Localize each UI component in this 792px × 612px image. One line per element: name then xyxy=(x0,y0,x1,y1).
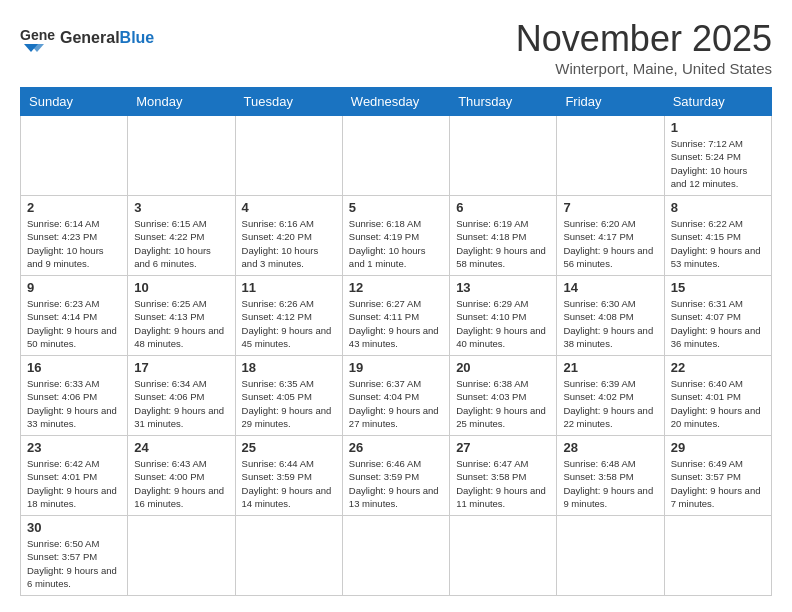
day-info: Sunrise: 6:14 AM Sunset: 4:23 PM Dayligh… xyxy=(27,217,121,270)
day-number: 9 xyxy=(27,280,121,295)
header-tuesday: Tuesday xyxy=(235,88,342,116)
calendar-cell: 21Sunrise: 6:39 AM Sunset: 4:02 PM Dayli… xyxy=(557,356,664,436)
day-info: Sunrise: 6:15 AM Sunset: 4:22 PM Dayligh… xyxy=(134,217,228,270)
day-info: Sunrise: 6:20 AM Sunset: 4:17 PM Dayligh… xyxy=(563,217,657,270)
day-info: Sunrise: 6:38 AM Sunset: 4:03 PM Dayligh… xyxy=(456,377,550,430)
calendar-cell: 17Sunrise: 6:34 AM Sunset: 4:06 PM Dayli… xyxy=(128,356,235,436)
day-number: 1 xyxy=(671,120,765,135)
calendar-cell xyxy=(235,116,342,196)
calendar-cell xyxy=(128,516,235,596)
day-info: Sunrise: 6:27 AM Sunset: 4:11 PM Dayligh… xyxy=(349,297,443,350)
day-number: 15 xyxy=(671,280,765,295)
calendar-week-2: 9Sunrise: 6:23 AM Sunset: 4:14 PM Daylig… xyxy=(21,276,772,356)
day-info: Sunrise: 6:31 AM Sunset: 4:07 PM Dayligh… xyxy=(671,297,765,350)
day-info: Sunrise: 6:37 AM Sunset: 4:04 PM Dayligh… xyxy=(349,377,443,430)
day-number: 30 xyxy=(27,520,121,535)
calendar-cell: 10Sunrise: 6:25 AM Sunset: 4:13 PM Dayli… xyxy=(128,276,235,356)
day-info: Sunrise: 6:42 AM Sunset: 4:01 PM Dayligh… xyxy=(27,457,121,510)
day-info: Sunrise: 6:35 AM Sunset: 4:05 PM Dayligh… xyxy=(242,377,336,430)
day-number: 18 xyxy=(242,360,336,375)
calendar-cell xyxy=(235,516,342,596)
calendar-cell: 6Sunrise: 6:19 AM Sunset: 4:18 PM Daylig… xyxy=(450,196,557,276)
calendar-cell xyxy=(128,116,235,196)
day-number: 26 xyxy=(349,440,443,455)
header-friday: Friday xyxy=(557,88,664,116)
calendar-cell xyxy=(557,116,664,196)
day-info: Sunrise: 6:25 AM Sunset: 4:13 PM Dayligh… xyxy=(134,297,228,350)
day-number: 27 xyxy=(456,440,550,455)
day-info: Sunrise: 6:19 AM Sunset: 4:18 PM Dayligh… xyxy=(456,217,550,270)
day-info: Sunrise: 6:33 AM Sunset: 4:06 PM Dayligh… xyxy=(27,377,121,430)
day-number: 13 xyxy=(456,280,550,295)
day-number: 24 xyxy=(134,440,228,455)
calendar-cell: 16Sunrise: 6:33 AM Sunset: 4:06 PM Dayli… xyxy=(21,356,128,436)
day-info: Sunrise: 6:44 AM Sunset: 3:59 PM Dayligh… xyxy=(242,457,336,510)
calendar-cell: 28Sunrise: 6:48 AM Sunset: 3:58 PM Dayli… xyxy=(557,436,664,516)
calendar: Sunday Monday Tuesday Wednesday Thursday… xyxy=(20,87,772,596)
calendar-cell: 2Sunrise: 6:14 AM Sunset: 4:23 PM Daylig… xyxy=(21,196,128,276)
day-number: 19 xyxy=(349,360,443,375)
calendar-cell: 14Sunrise: 6:30 AM Sunset: 4:08 PM Dayli… xyxy=(557,276,664,356)
day-info: Sunrise: 6:23 AM Sunset: 4:14 PM Dayligh… xyxy=(27,297,121,350)
calendar-cell: 30Sunrise: 6:50 AM Sunset: 3:57 PM Dayli… xyxy=(21,516,128,596)
calendar-week-1: 2Sunrise: 6:14 AM Sunset: 4:23 PM Daylig… xyxy=(21,196,772,276)
day-number: 5 xyxy=(349,200,443,215)
day-info: Sunrise: 6:49 AM Sunset: 3:57 PM Dayligh… xyxy=(671,457,765,510)
day-number: 23 xyxy=(27,440,121,455)
month-title: November 2025 xyxy=(516,18,772,60)
day-number: 25 xyxy=(242,440,336,455)
header-wednesday: Wednesday xyxy=(342,88,449,116)
day-number: 17 xyxy=(134,360,228,375)
day-number: 4 xyxy=(242,200,336,215)
calendar-cell: 29Sunrise: 6:49 AM Sunset: 3:57 PM Dayli… xyxy=(664,436,771,516)
calendar-cell: 15Sunrise: 6:31 AM Sunset: 4:07 PM Dayli… xyxy=(664,276,771,356)
day-number: 7 xyxy=(563,200,657,215)
calendar-cell xyxy=(450,516,557,596)
header: General GeneralBlue November 2025 Winter… xyxy=(20,18,772,77)
day-info: Sunrise: 6:46 AM Sunset: 3:59 PM Dayligh… xyxy=(349,457,443,510)
calendar-cell: 12Sunrise: 6:27 AM Sunset: 4:11 PM Dayli… xyxy=(342,276,449,356)
calendar-cell: 11Sunrise: 6:26 AM Sunset: 4:12 PM Dayli… xyxy=(235,276,342,356)
page: General GeneralBlue November 2025 Winter… xyxy=(0,0,792,612)
day-info: Sunrise: 7:12 AM Sunset: 5:24 PM Dayligh… xyxy=(671,137,765,190)
calendar-cell: 13Sunrise: 6:29 AM Sunset: 4:10 PM Dayli… xyxy=(450,276,557,356)
header-sunday: Sunday xyxy=(21,88,128,116)
logo-general: General xyxy=(60,29,120,46)
title-section: November 2025 Winterport, Maine, United … xyxy=(516,18,772,77)
day-info: Sunrise: 6:34 AM Sunset: 4:06 PM Dayligh… xyxy=(134,377,228,430)
day-number: 12 xyxy=(349,280,443,295)
calendar-cell xyxy=(664,516,771,596)
day-number: 6 xyxy=(456,200,550,215)
svg-text:General: General xyxy=(20,27,56,43)
calendar-cell: 27Sunrise: 6:47 AM Sunset: 3:58 PM Dayli… xyxy=(450,436,557,516)
calendar-cell: 20Sunrise: 6:38 AM Sunset: 4:03 PM Dayli… xyxy=(450,356,557,436)
calendar-week-5: 30Sunrise: 6:50 AM Sunset: 3:57 PM Dayli… xyxy=(21,516,772,596)
header-monday: Monday xyxy=(128,88,235,116)
calendar-cell: 7Sunrise: 6:20 AM Sunset: 4:17 PM Daylig… xyxy=(557,196,664,276)
day-number: 2 xyxy=(27,200,121,215)
day-number: 28 xyxy=(563,440,657,455)
day-info: Sunrise: 6:22 AM Sunset: 4:15 PM Dayligh… xyxy=(671,217,765,270)
day-info: Sunrise: 6:18 AM Sunset: 4:19 PM Dayligh… xyxy=(349,217,443,270)
header-saturday: Saturday xyxy=(664,88,771,116)
logo: General GeneralBlue xyxy=(20,24,154,52)
day-info: Sunrise: 6:29 AM Sunset: 4:10 PM Dayligh… xyxy=(456,297,550,350)
logo-icon: General xyxy=(20,24,56,52)
day-info: Sunrise: 6:30 AM Sunset: 4:08 PM Dayligh… xyxy=(563,297,657,350)
calendar-cell: 9Sunrise: 6:23 AM Sunset: 4:14 PM Daylig… xyxy=(21,276,128,356)
calendar-cell xyxy=(557,516,664,596)
calendar-week-4: 23Sunrise: 6:42 AM Sunset: 4:01 PM Dayli… xyxy=(21,436,772,516)
calendar-cell: 22Sunrise: 6:40 AM Sunset: 4:01 PM Dayli… xyxy=(664,356,771,436)
day-info: Sunrise: 6:48 AM Sunset: 3:58 PM Dayligh… xyxy=(563,457,657,510)
day-number: 16 xyxy=(27,360,121,375)
calendar-cell: 24Sunrise: 6:43 AM Sunset: 4:00 PM Dayli… xyxy=(128,436,235,516)
calendar-cell: 5Sunrise: 6:18 AM Sunset: 4:19 PM Daylig… xyxy=(342,196,449,276)
day-number: 8 xyxy=(671,200,765,215)
day-info: Sunrise: 6:50 AM Sunset: 3:57 PM Dayligh… xyxy=(27,537,121,590)
calendar-header-row: Sunday Monday Tuesday Wednesday Thursday… xyxy=(21,88,772,116)
calendar-cell: 1Sunrise: 7:12 AM Sunset: 5:24 PM Daylig… xyxy=(664,116,771,196)
day-number: 14 xyxy=(563,280,657,295)
day-info: Sunrise: 6:39 AM Sunset: 4:02 PM Dayligh… xyxy=(563,377,657,430)
header-thursday: Thursday xyxy=(450,88,557,116)
calendar-cell xyxy=(342,116,449,196)
